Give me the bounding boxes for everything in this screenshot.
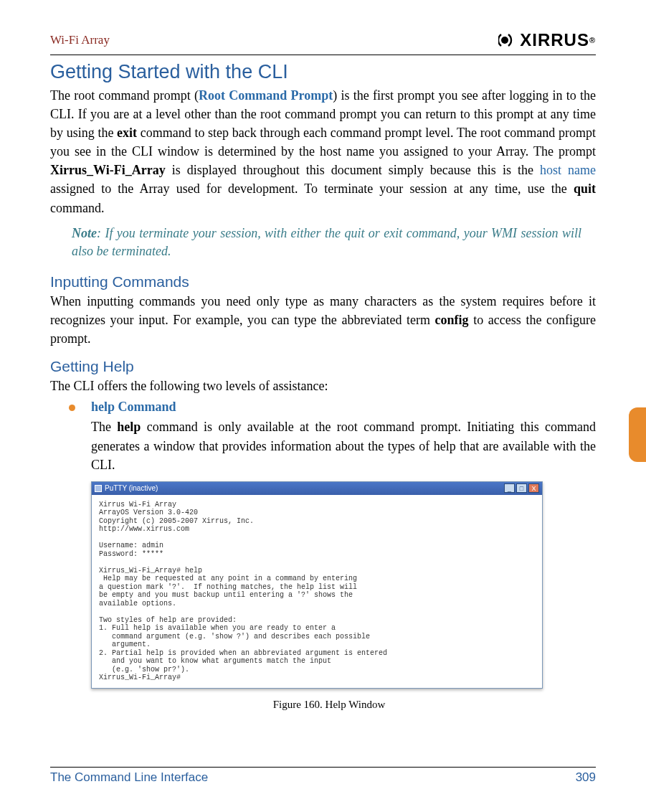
putty-titlebar: PuTTY (inactive) _ □ X [92,482,542,495]
termination-note: Note: If you terminate your session, wit… [50,222,596,263]
minimize-button[interactable]: _ [504,483,515,493]
kw-help: help [117,420,141,434]
putty-title-text: PuTTY (inactive) [105,484,158,492]
putty-terminal-output: Xirrus Wi-Fi Array ArrayOS Version 3.0-4… [92,495,542,688]
kw-prompt: Xirrus_Wi-Fi_Array [50,163,166,177]
page-footer: The Command Line Interface 309 [50,767,596,785]
text: The [91,420,117,434]
text: assigned to the Array used for developme… [50,181,574,196]
section-inputting-title: Inputting Commands [50,273,596,291]
bullet-help-body: The help command is only available at th… [50,417,596,473]
figure-help-window: PuTTY (inactive) _ □ X Xirrus Wi-Fi Arra… [91,481,567,711]
footer-section-title: The Command Line Interface [50,770,208,785]
text: The root command prompt ( [50,88,199,103]
note-label: Note [72,226,97,240]
page-number: 309 [576,770,596,785]
text: is displayed throughout this document si… [166,163,540,177]
header-title: Wi-Fi Array [50,33,110,47]
bullet-title: help Command [91,400,176,415]
text: command is only available at the root co… [91,420,596,471]
kw-config: config [435,313,469,327]
link-root-command-prompt[interactable]: Root Command Prompt [199,88,333,103]
maximize-button[interactable]: □ [516,483,527,493]
inputting-paragraph: When inputting commands you need only ty… [50,292,596,348]
getting-help-intro: The CLI offers the following two levels … [50,377,596,395]
brand-logo: XIRRUS® [498,30,596,50]
section-getting-started-title: Getting Started with the CLI [50,61,596,83]
svg-point-0 [501,37,508,44]
link-host-name[interactable]: host name [540,163,596,177]
logo-icon [498,31,520,49]
side-tab-icon [629,407,646,462]
kw-quit: quit [574,181,596,196]
figure-caption: Figure 160. Help Window [91,699,567,711]
bullet-icon [69,405,75,411]
page-header: Wi-Fi Array XIRRUS® [50,30,596,55]
text: command. [50,201,104,215]
close-button[interactable]: X [528,483,539,493]
note-text: : If you terminate your session, with ei… [72,226,581,258]
putty-window: PuTTY (inactive) _ □ X Xirrus Wi-Fi Arra… [91,481,543,689]
window-buttons: _ □ X [504,483,539,493]
logo-text: XIRRUS [520,30,589,50]
getting-started-paragraph: The root command prompt (Root Command Pr… [50,86,596,217]
putty-icon [95,485,102,492]
kw-exit: exit [117,126,137,140]
section-getting-help-title: Getting Help [50,358,596,375]
bullet-help-command: help Command [50,400,596,415]
